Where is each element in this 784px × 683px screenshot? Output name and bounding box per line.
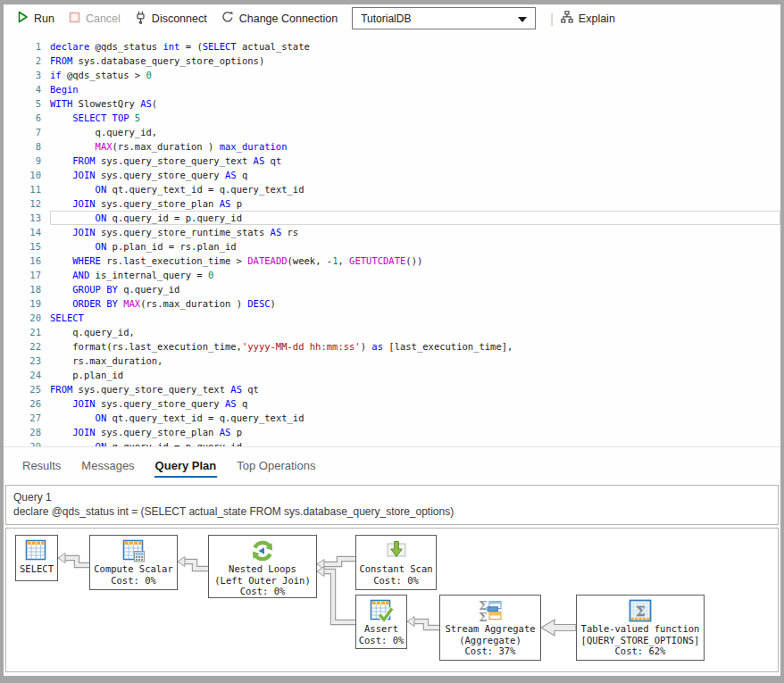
code-line[interactable]: 20SELECT bbox=[4, 311, 780, 325]
code-line[interactable]: 10 JOIN sys.query_store_query AS q bbox=[4, 168, 780, 182]
code-line[interactable]: 16 WHERE rs.last_execution_time > DATEAD… bbox=[4, 254, 780, 268]
code-line[interactable]: 22 format(rs.last_execution_time,'yyyy-M… bbox=[4, 339, 780, 354]
database-dropdown[interactable]: TutorialDB bbox=[352, 7, 536, 29]
code-line[interactable]: 11 ON qt.query_text_id = q.query_text_id bbox=[4, 182, 780, 196]
plan-node-label: Cost: 37% bbox=[465, 646, 516, 657]
code-line[interactable]: 28 JOIN sys.query_store_plan AS p bbox=[4, 425, 780, 439]
chevron-down-icon bbox=[518, 12, 527, 25]
plan-node-label: Constant Scan bbox=[359, 563, 432, 575]
plan-node-label: Nested Loops bbox=[229, 563, 296, 575]
plan-node-label: Cost: 0% bbox=[240, 586, 286, 597]
query-toolbar: Run Cancel Disconnect Change Connection … bbox=[4, 4, 780, 32]
code-line[interactable]: 17 AND is_internal_query = 0 bbox=[4, 268, 780, 282]
plan-node-select[interactable]: SELECT bbox=[15, 535, 58, 581]
plan-tree-icon bbox=[561, 11, 573, 26]
code-line[interactable]: 8 MAX(rs.max_duration ) max_duration bbox=[4, 139, 780, 154]
code-lines: 1declare @qds_status int = (SELECT actua… bbox=[4, 39, 780, 446]
run-play-icon bbox=[16, 11, 29, 26]
tab-messages[interactable]: Messages bbox=[80, 454, 135, 478]
line-number: 22 bbox=[4, 339, 41, 354]
code-line[interactable]: 1declare @qds_status int = (SELECT actua… bbox=[4, 39, 780, 54]
explain-label: Explain bbox=[579, 12, 615, 25]
code-line[interactable]: 29 ON q.query_id = p.query_id bbox=[4, 439, 780, 446]
code-line[interactable]: 19 ORDER BY MAX(rs.max_duration ) DESC) bbox=[4, 296, 780, 311]
line-number: 1 bbox=[4, 39, 41, 54]
code-line[interactable]: 4Begin bbox=[4, 82, 780, 96]
code-line[interactable]: 25FROM sys.query_store_query_text AS qt bbox=[4, 382, 780, 396]
run-button[interactable]: Run bbox=[16, 11, 54, 26]
line-number: 20 bbox=[4, 311, 41, 325]
toolbar-separator: | bbox=[550, 12, 554, 26]
code-line[interactable]: 9 FROM sys.query_store_query_text AS qt bbox=[4, 154, 780, 168]
line-number: 6 bbox=[4, 111, 41, 125]
code-line[interactable]: 18 GROUP BY q.query_id bbox=[4, 282, 780, 296]
plan-node-compute-scalar[interactable]: Compute ScalarCost: 0% bbox=[89, 535, 178, 590]
refresh-connection-icon bbox=[221, 11, 234, 26]
code-line[interactable]: 23 rs.max_duration, bbox=[4, 354, 780, 368]
code-line[interactable]: 12 JOIN sys.query_store_plan AS p bbox=[4, 196, 780, 211]
tvf-icon: Σ bbox=[628, 597, 653, 623]
line-number: 26 bbox=[4, 396, 41, 411]
line-number: 11 bbox=[4, 182, 41, 196]
query-text: declare @qds_status int = (SELECT actual… bbox=[13, 504, 771, 519]
plan-node-nested-loops[interactable]: Nested Loops(Left Outer Join)Cost: 0% bbox=[208, 535, 317, 598]
sql-editor[interactable]: 1declare @qds_status int = (SELECT actua… bbox=[4, 32, 780, 446]
cancel-square-icon bbox=[69, 12, 80, 26]
explain-button[interactable]: Explain bbox=[561, 11, 615, 26]
code-line[interactable]: 2FROM sys.database_query_store_options) bbox=[4, 54, 780, 68]
compute-scalar-icon bbox=[121, 537, 146, 563]
results-tab-bar: Results Messages Query Plan Top Operatio… bbox=[4, 447, 780, 484]
results-panel: Results Messages Query Plan Top Operatio… bbox=[4, 446, 780, 676]
line-number: 29 bbox=[4, 439, 41, 446]
query-header: Query 1 declare @qds_status int = (SELEC… bbox=[5, 485, 779, 525]
disconnect-label: Disconnect bbox=[152, 12, 207, 25]
svg-text:Σ: Σ bbox=[636, 603, 646, 619]
database-dropdown-value: TutorialDB bbox=[361, 12, 411, 25]
plan-node-label: Table-valued function bbox=[581, 623, 700, 635]
plan-node-label: (Aggregate) bbox=[459, 635, 521, 646]
code-line[interactable]: 7 q.query_id, bbox=[4, 125, 780, 139]
run-label: Run bbox=[34, 12, 54, 25]
code-line[interactable]: 13 ON q.query_id = p.query_id bbox=[4, 211, 780, 225]
query-title: Query 1 bbox=[13, 490, 771, 504]
code-line[interactable]: 26 JOIN sys.query_store_query AS q bbox=[4, 396, 780, 411]
line-number: 17 bbox=[4, 268, 41, 282]
cancel-label: Cancel bbox=[86, 12, 121, 25]
line-number: 2 bbox=[4, 54, 41, 68]
change-connection-button[interactable]: Change Connection bbox=[221, 11, 338, 26]
code-line[interactable]: 14 JOIN sys.query_store_runtime_stats AS… bbox=[4, 225, 780, 239]
tab-top-operations[interactable]: Top Operations bbox=[236, 454, 316, 478]
plan-node-label: SELECT bbox=[20, 563, 54, 575]
plan-node-label: Compute Scalar bbox=[94, 563, 173, 575]
stream-aggregate-icon: ΣΣ bbox=[478, 597, 503, 623]
plan-node-assert[interactable]: AssertCost: 0% bbox=[355, 595, 407, 649]
plug-icon bbox=[135, 11, 146, 27]
query-editor-window: Run Cancel Disconnect Change Connection … bbox=[0, 0, 784, 683]
plan-node-stream-aggregate[interactable]: ΣΣStream Aggregate(Aggregate)Cost: 37% bbox=[439, 595, 541, 661]
code-line[interactable]: 27 ON qt.query_text_id = q.query_text_id bbox=[4, 411, 780, 425]
query-plan-diagram[interactable]: SELECTCompute ScalarCost: 0%Nested Loops… bbox=[5, 528, 779, 672]
code-line[interactable]: 21 q.query_id, bbox=[4, 325, 780, 339]
cancel-button[interactable]: Cancel bbox=[69, 12, 121, 26]
code-line[interactable]: 15 ON p.plan_id = rs.plan_id bbox=[4, 239, 780, 254]
code-line[interactable]: 5WITH SlowestQry AS( bbox=[4, 96, 780, 111]
constant-scan-icon bbox=[384, 537, 409, 563]
plan-node-label: [QUERY_STORE_OPTIONS] bbox=[581, 635, 700, 646]
plan-node-table-valued-function[interactable]: ΣTable-valued function[QUERY_STORE_OPTIO… bbox=[576, 595, 705, 661]
code-line[interactable]: 6 SELECT TOP 5 bbox=[4, 111, 780, 125]
line-number: 16 bbox=[4, 254, 41, 268]
line-number: 21 bbox=[4, 325, 41, 339]
plan-node-label: (Left Outer Join) bbox=[214, 575, 310, 587]
line-number: 27 bbox=[4, 411, 41, 425]
line-number: 8 bbox=[4, 139, 41, 154]
plan-node-constant-scan[interactable]: Constant ScanCost: 0% bbox=[355, 535, 437, 590]
disconnect-button[interactable]: Disconnect bbox=[135, 11, 207, 27]
tab-results[interactable]: Results bbox=[21, 454, 62, 478]
line-number: 12 bbox=[4, 196, 41, 211]
line-number: 5 bbox=[4, 96, 41, 111]
code-line[interactable]: 24 p.plan_id bbox=[4, 368, 780, 382]
tab-query-plan[interactable]: Query Plan bbox=[154, 454, 218, 478]
code-line[interactable]: 3if @qds_status > 0 bbox=[4, 68, 780, 82]
plan-node-label: Cost: 0% bbox=[111, 575, 156, 587]
line-number: 15 bbox=[4, 239, 41, 254]
